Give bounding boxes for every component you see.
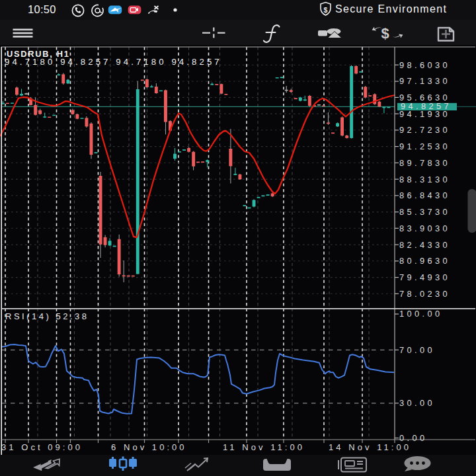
svg-text:78.0230: 78.0230	[399, 289, 450, 299]
svg-text:79.4930: 79.4930	[399, 272, 450, 282]
svg-text:RSI(14) 52.38: RSI(14) 52.38	[5, 311, 89, 321]
svg-text:80.9630: 80.9630	[399, 256, 450, 266]
svg-text:88.3130: 88.3130	[399, 175, 450, 184]
svg-text:31 Oct 09:00: 31 Oct 09:00	[1, 442, 83, 452]
svg-text:92.7230: 92.7230	[399, 125, 450, 135]
svg-text:14 Nov 11:00: 14 Nov 11:00	[329, 442, 411, 452]
svg-text:70.00: 70.00	[399, 345, 435, 355]
svg-text:$: $	[381, 25, 389, 42]
svg-text:83.9030: 83.9030	[399, 223, 450, 233]
svg-text:86.8430: 86.8430	[399, 190, 450, 200]
svg-text:11 Nov 11:00: 11 Nov 11:00	[223, 442, 305, 452]
svg-text:0.00: 0.00	[399, 433, 428, 443]
svg-text:30.00: 30.00	[399, 398, 435, 408]
svg-text:82.4330: 82.4330	[399, 240, 450, 250]
svg-text:91.2530: 91.2530	[399, 141, 450, 151]
svg-text:98.6030: 98.6030	[399, 60, 450, 70]
svg-text:$: $	[323, 6, 327, 14]
svg-text:85.3730: 85.3730	[399, 207, 450, 217]
svg-text:94.7180 94.8257 94.7180 94.825: 94.7180 94.8257 94.7180 94.8257	[5, 57, 222, 67]
svg-text:6 Nov 10:00: 6 Nov 10:00	[111, 442, 187, 452]
svg-text:94.8257: 94.8257	[401, 101, 452, 111]
svg-text:100.00: 100.00	[399, 309, 443, 319]
svg-text:97.1330: 97.1330	[399, 76, 450, 86]
svg-text:89.7830: 89.7830	[399, 158, 450, 168]
